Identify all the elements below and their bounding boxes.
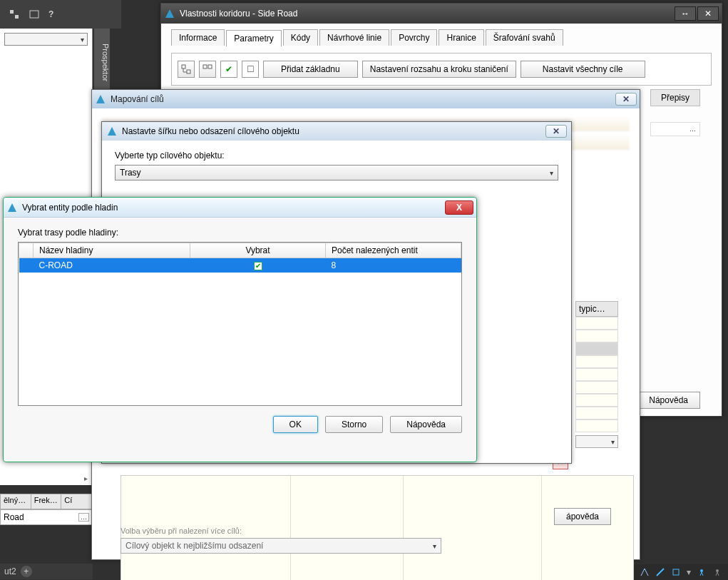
win2-footer: Volba výběru při nalezení více cílů: Cíl… bbox=[121, 526, 611, 554]
add-baseline-button[interactable]: Přidat základnu bbox=[263, 61, 358, 78]
layout-tab-1[interactable]: ut2 bbox=[4, 566, 16, 576]
road-label: Road bbox=[4, 512, 24, 522]
tab-parametry[interactable]: Parametry bbox=[226, 30, 281, 46]
more-icon[interactable]: … bbox=[689, 126, 697, 133]
status-icon-dropdown[interactable]: ▾ bbox=[687, 567, 691, 577]
svg-rect-6 bbox=[182, 65, 185, 68]
app-logo-icon bbox=[6, 202, 18, 213]
col-select[interactable]: Vybrat bbox=[190, 243, 326, 258]
multi-target-select[interactable]: Cílový objekt k nejbližšímu odsazení bbox=[121, 538, 441, 554]
set-all-targets-button[interactable]: Nastavit všechny cíle bbox=[521, 61, 645, 78]
tab-kody[interactable]: Kódy bbox=[283, 29, 318, 46]
app-logo-icon bbox=[95, 93, 106, 105]
svg-rect-0 bbox=[10, 10, 14, 14]
typic-cell bbox=[575, 407, 618, 419]
target-type-select[interactable]: Trasy bbox=[115, 165, 558, 180]
win3-titlebar[interactable]: Nastavte šířku nebo odsazení cílového ob… bbox=[102, 122, 571, 141]
typic-cell bbox=[575, 330, 618, 342]
svg-rect-10 bbox=[203, 65, 207, 68]
win3-close-button[interactable]: ✕ bbox=[545, 125, 567, 138]
road-row[interactable]: Road … bbox=[0, 509, 93, 525]
overrides-cell[interactable]: … bbox=[650, 122, 700, 136]
status-icon-2[interactable] bbox=[655, 567, 665, 577]
add-tab-button[interactable]: + bbox=[21, 566, 32, 577]
check-all-icon[interactable]: ✔ bbox=[220, 61, 237, 78]
status-bar: ▾ bbox=[634, 564, 728, 580]
typic-cell bbox=[575, 381, 618, 394]
svg-rect-1 bbox=[15, 15, 19, 19]
win1-restore-button[interactable]: ↔ bbox=[675, 6, 696, 21]
col-header-3[interactable]: Cí bbox=[61, 494, 92, 509]
typic-cell bbox=[575, 368, 618, 381]
win4-close-button[interactable]: X bbox=[445, 200, 473, 215]
chevron-right-icon[interactable]: ▸ bbox=[84, 474, 88, 482]
win3-title: Nastavte šířku nebo odsazení cílového ob… bbox=[122, 126, 299, 136]
win1-titlebar[interactable]: Vlastnosti koridoru - Side Road ↔ ✕ bbox=[161, 4, 722, 24]
select-entities-by-layer-window: Vybrat entity podle hladin X Vybrat tras… bbox=[3, 197, 477, 462]
help-icon[interactable]: ? bbox=[48, 9, 53, 19]
win1-close-button[interactable]: ✕ bbox=[697, 6, 719, 21]
cancel-button[interactable]: Storno bbox=[325, 416, 383, 433]
prospektor-tab[interactable]: Prospektor bbox=[94, 29, 110, 93]
tab-informace[interactable]: Informace bbox=[171, 29, 225, 46]
typic-header[interactable]: typic… bbox=[575, 301, 618, 317]
win1-tabs: Informace Parametry Kódy Návrhové linie … bbox=[171, 29, 712, 46]
win1-toolbar: ✔ ☐ Přidat základnu Nastavení rozsahu a … bbox=[178, 61, 705, 78]
tab-povrchy[interactable]: Povrchy bbox=[391, 29, 437, 46]
col-count[interactable]: Počet nalezených entit bbox=[326, 243, 461, 258]
table-header-row: Název hladiny Vybrat Počet nalezených en… bbox=[19, 243, 461, 258]
layer-list-label: Vybrat trasy podle hladiny: bbox=[18, 228, 462, 238]
typic-dropdown[interactable] bbox=[575, 435, 618, 448]
col-header-1[interactable]: ělný … bbox=[1, 494, 31, 509]
collapse-tree-icon[interactable] bbox=[199, 61, 216, 78]
svg-rect-11 bbox=[208, 65, 212, 68]
status-icon-3[interactable] bbox=[671, 567, 681, 577]
status-icon-5[interactable] bbox=[712, 567, 722, 577]
uncheck-all-icon[interactable]: ☐ bbox=[242, 61, 259, 78]
multi-target-label: Volba výběru při nalezení více cílů: bbox=[121, 526, 242, 535]
win2-title: Mapování cílů bbox=[111, 94, 164, 104]
layout-tabs: ut2 + bbox=[0, 564, 93, 579]
entity-count-cell: 8 bbox=[326, 258, 461, 273]
overrides-column: Přepisy … bbox=[650, 89, 700, 136]
status-icon-1[interactable] bbox=[640, 567, 650, 577]
layer-name-cell: C-ROAD bbox=[34, 258, 190, 273]
bottom-column-headers: ělný … Frekve… Cí bbox=[0, 494, 93, 509]
typic-cell bbox=[575, 394, 618, 407]
target-type-label: Vyberte typ cílového objektu: bbox=[115, 151, 558, 161]
typic-cell bbox=[575, 355, 618, 368]
win2-help-button[interactable]: ápověda bbox=[554, 508, 611, 525]
overrides-header[interactable]: Přepisy bbox=[650, 89, 700, 106]
ok-button[interactable]: OK bbox=[273, 416, 318, 433]
chevron-down-icon bbox=[433, 541, 436, 551]
table-row[interactable]: C-ROAD ✔ 8 bbox=[19, 258, 461, 273]
col-handle[interactable] bbox=[19, 243, 34, 258]
help-button[interactable]: Nápověda bbox=[390, 416, 462, 433]
win2-titlebar[interactable]: Mapování cílů ✕ bbox=[92, 90, 640, 108]
tab-srafovani[interactable]: Šrafování svahů bbox=[486, 29, 563, 46]
app-topbar: ? bbox=[0, 0, 121, 29]
expand-tree-icon[interactable] bbox=[178, 61, 195, 78]
col-layer-name[interactable]: Název hladiny bbox=[34, 243, 190, 258]
win1-help-button[interactable]: Nápověda bbox=[637, 392, 700, 409]
tab-navrhove-linie[interactable]: Návrhové linie bbox=[319, 29, 389, 46]
svg-rect-7 bbox=[187, 70, 190, 73]
status-icon-4[interactable] bbox=[697, 567, 707, 577]
layer-table: Název hladiny Vybrat Počet nalezených en… bbox=[18, 242, 462, 406]
tab-hranice[interactable]: Hranice bbox=[439, 29, 483, 46]
win4-titlebar[interactable]: Vybrat entity podle hladin X bbox=[4, 198, 476, 218]
win2-close-button[interactable]: ✕ bbox=[615, 93, 637, 106]
more-button[interactable]: … bbox=[78, 513, 89, 522]
win4-title: Vybrat entity podle hladin bbox=[22, 203, 118, 213]
topbar-icon-2[interactable] bbox=[29, 9, 40, 20]
left-panel-dropdown[interactable] bbox=[4, 33, 88, 46]
target-type-value: Trasy bbox=[120, 168, 141, 178]
col-header-2[interactable]: Frekve… bbox=[31, 494, 62, 509]
typic-cell bbox=[575, 419, 618, 432]
station-range-button[interactable]: Nastavení rozsahu a kroku staničení bbox=[362, 61, 516, 78]
row-checkbox[interactable]: ✔ bbox=[254, 262, 262, 270]
typic-cell bbox=[575, 317, 618, 330]
win1-title: Vlastnosti koridoru - Side Road bbox=[180, 9, 297, 19]
topbar-icon-1[interactable] bbox=[9, 9, 20, 20]
typic-cell-selected bbox=[575, 342, 618, 355]
